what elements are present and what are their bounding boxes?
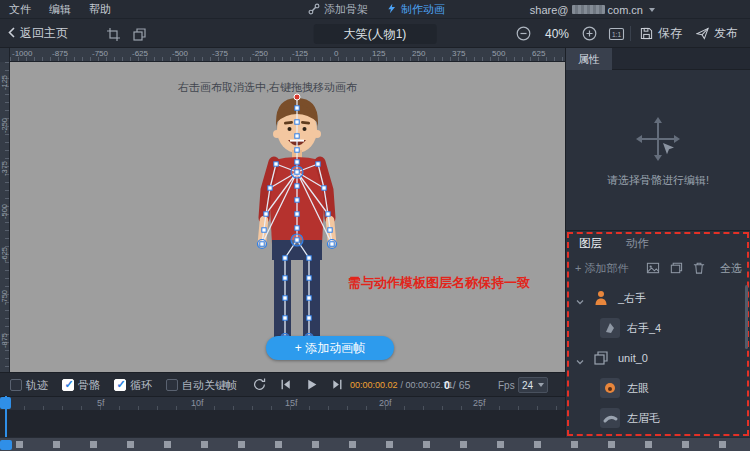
svg-text:1:1: 1:1 (612, 31, 621, 38)
account-menu[interactable]: share@ com.cn (530, 0, 655, 19)
layer-thumbnail (600, 378, 620, 398)
toggle-loop[interactable]: 循环 (114, 373, 152, 397)
vruler-label: -750 (0, 284, 9, 312)
one-to-one-icon: 1:1 (608, 26, 625, 42)
back-home-button[interactable]: 返回主页 (8, 19, 68, 48)
keyframe-markers (16, 441, 746, 448)
tab-layers[interactable]: 图层 (579, 236, 602, 251)
chevron-down-icon[interactable] (576, 295, 584, 301)
publish-label: 发布 (714, 25, 738, 42)
layer-row[interactable]: 右手_4 (566, 313, 750, 343)
image-icon (646, 261, 660, 275)
annotation-text: 需与动作模板图层名称保持一致 (348, 274, 530, 292)
vruler-label: -125 (0, 69, 9, 97)
account-prefix: share@ (530, 4, 569, 16)
hruler-label: 625 (532, 49, 545, 58)
toggle-bones[interactable]: 骨骼 (62, 373, 100, 397)
current-time: 00:00:00.02 (350, 380, 398, 390)
toggle-label: 循环 (130, 378, 152, 393)
menu-help[interactable]: 帮助 (80, 2, 120, 17)
step-make-animation[interactable]: 制作动画 (386, 2, 445, 17)
checkbox-checked[interactable] (114, 379, 126, 391)
layer-label: _右手 (618, 291, 646, 306)
zoom-in-button[interactable] (582, 26, 597, 41)
character-figure[interactable] (222, 92, 372, 354)
horizontal-ruler: -1000 -875 -750 -625 -500 -375 -250 -125… (0, 48, 565, 62)
duplicate-icon (669, 261, 683, 275)
stage-canvas[interactable]: 右击画布取消选中,右键拖拽移动画布 (10, 62, 565, 372)
zoom-out-button[interactable] (516, 26, 531, 41)
next-frame-button[interactable] (330, 377, 346, 393)
play-button[interactable] (304, 377, 320, 393)
select-all-button[interactable]: 全选 (720, 261, 742, 276)
layer-group-row[interactable]: _右手 (566, 283, 750, 313)
checkbox-unchecked[interactable] (166, 379, 178, 391)
workflow-steps: 添加骨架 制作动画 (308, 0, 445, 19)
tab-properties[interactable]: 属性 (566, 48, 612, 70)
reset-zoom-button[interactable]: 1:1 (608, 26, 625, 42)
toggle-auto-keyframe[interactable]: 自动关键帧 (166, 373, 237, 397)
layers-panel: 图层 动作 + 添加部件 全选 (566, 230, 750, 437)
chevron-down-icon[interactable] (576, 355, 584, 361)
hruler-label: -1000 (12, 49, 32, 58)
chevron-down-icon (649, 8, 655, 12)
properties-empty-state: 请选择骨骼进行编辑! (566, 78, 750, 226)
document-title[interactable]: 大笑(人物1) (314, 24, 437, 44)
step-add-skeleton[interactable]: 添加骨架 (308, 2, 368, 17)
layer-group-row[interactable]: unit_0 (566, 343, 750, 373)
vruler-label: -875 (0, 327, 9, 355)
vruler-label: -375 (0, 155, 9, 183)
menu-file[interactable]: 文件 (0, 2, 40, 17)
step-add-skeleton-label: 添加骨架 (324, 2, 368, 17)
layer-row[interactable]: 左眼 (566, 373, 750, 403)
overview-playhead-handle[interactable] (0, 440, 12, 450)
hruler-label: 500 (492, 49, 505, 58)
time-display: 00:00:00.02 / 00:00:02.71 (350, 373, 453, 397)
timeline-track[interactable] (0, 410, 565, 437)
checkbox-unchecked[interactable] (10, 379, 22, 391)
save-button[interactable]: 保存 (640, 19, 682, 48)
toggle-trajectory[interactable]: 轨迹 (10, 373, 48, 397)
frame-ruler-label: 25f (473, 398, 486, 408)
zoom-level[interactable]: 40% (535, 19, 579, 48)
replay-icon (252, 377, 267, 392)
next-frame-icon (330, 377, 345, 392)
selected-joint[interactable] (294, 94, 300, 100)
delete-layer-button[interactable] (691, 260, 707, 276)
previous-frame-button[interactable] (278, 377, 294, 393)
hruler-label: -250 (252, 49, 268, 58)
fps-label: Fps (498, 373, 515, 397)
plus-circle-icon (582, 26, 597, 41)
image-button[interactable] (645, 260, 661, 276)
add-part-button[interactable]: + 添加部件 (575, 261, 628, 276)
save-icon (640, 27, 653, 40)
layers-scrollbar[interactable] (745, 285, 748, 349)
cursor-arrow-icon (663, 143, 674, 154)
toggle-label: 自动关键帧 (182, 378, 237, 393)
loop-playback-button[interactable] (252, 377, 268, 393)
group-thumbnail (591, 348, 611, 368)
menubar: 文件 编辑 帮助 添加骨架 制作动画 share@ com.cn (0, 0, 750, 19)
duplicate-tool-button[interactable] (130, 25, 148, 43)
checkbox-checked[interactable] (62, 379, 74, 391)
menu-edit[interactable]: 编辑 (40, 2, 80, 17)
fps-select[interactable]: 24 (518, 377, 548, 393)
layer-thumbnail (600, 318, 620, 338)
add-animation-frame-button[interactable]: + 添加动画帧 (266, 336, 394, 360)
vertical-ruler: -125 -250 -375 -500 -625 -750 -875 (0, 62, 10, 372)
toolbar: 返回主页 大笑(人物1) 40% 1:1 保存 发布 (0, 19, 750, 48)
hruler-label: 125 (372, 49, 385, 58)
hruler-label: -500 (172, 49, 188, 58)
transform-tool-button[interactable] (104, 25, 122, 43)
layers-toolbar: + 添加部件 全选 (566, 255, 750, 281)
properties-empty-message: 请选择骨骼进行编辑! (607, 173, 709, 188)
tab-actions[interactable]: 动作 (626, 236, 649, 251)
layer-row[interactable]: 左眉毛 (566, 403, 750, 433)
hruler-label: -750 (92, 49, 108, 58)
duplicate-layer-button[interactable] (668, 260, 684, 276)
keyframe-overview-strip[interactable] (0, 437, 750, 451)
publish-button[interactable]: 发布 (696, 19, 738, 48)
layer-thumbnail (600, 408, 620, 428)
step-make-animation-label: 制作动画 (401, 2, 445, 17)
timeline-ruler[interactable]: 0 5f 10f 15f 20f 25f (0, 396, 565, 410)
